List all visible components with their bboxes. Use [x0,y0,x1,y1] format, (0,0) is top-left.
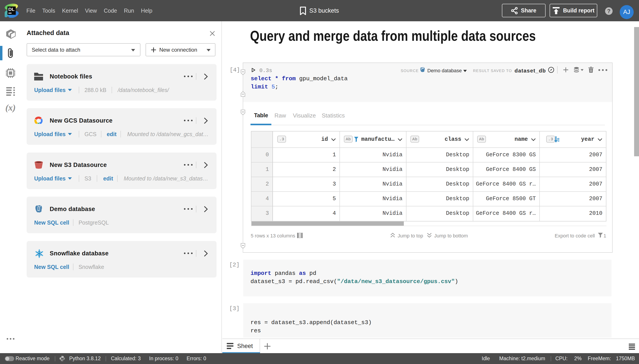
svg-text:DL: DL [9,7,15,12]
